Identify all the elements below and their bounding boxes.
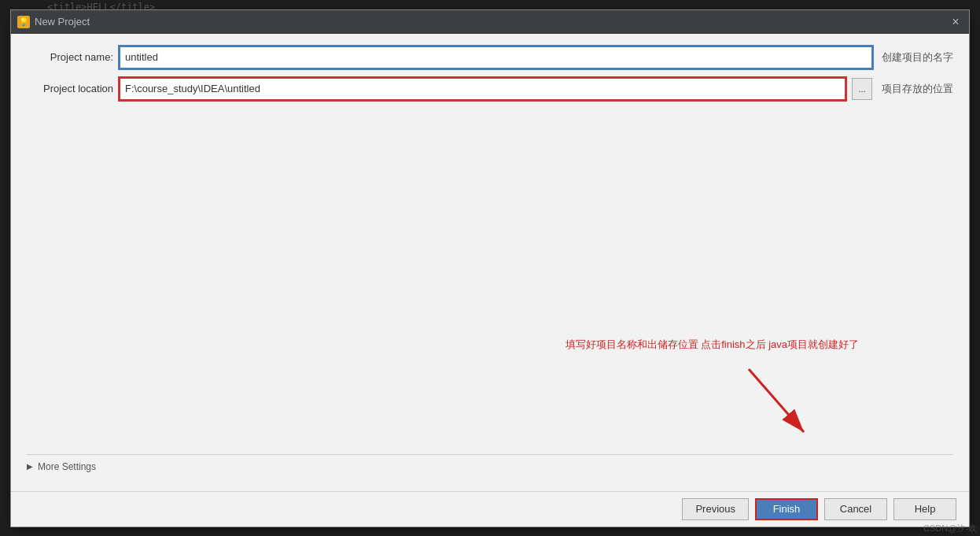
more-settings-label: More Settings bbox=[38, 461, 96, 472]
close-button[interactable]: × bbox=[949, 15, 963, 29]
title-bar-left: 💡 New Project bbox=[17, 16, 90, 28]
project-name-annotation: 创建项目的名字 bbox=[882, 50, 953, 65]
more-settings-row[interactable]: ▶ More Settings bbox=[27, 454, 953, 479]
main-body: 填写好项目名称和出储存位置 点击finish之后 java项目就创建好了 bbox=[27, 109, 953, 454]
arrow-icon bbox=[733, 361, 827, 456]
finish-button[interactable]: Finish bbox=[755, 498, 818, 520]
browse-button[interactable]: ... bbox=[852, 78, 872, 100]
dialog-title: New Project bbox=[35, 16, 90, 28]
dialog-icon: 💡 bbox=[17, 16, 30, 28]
watermark: CSDN@汐-吹 bbox=[923, 523, 977, 534]
previous-button[interactable]: Previous bbox=[682, 498, 749, 520]
dialog-content: Project name: 创建项目的名字 Project location .… bbox=[11, 34, 969, 491]
project-location-row: Project location ... 项目存放的位置 bbox=[27, 78, 953, 100]
dialog-footer: Previous Finish Cancel Help bbox=[11, 491, 969, 527]
project-name-input[interactable] bbox=[120, 46, 872, 68]
svg-line-1 bbox=[749, 369, 804, 432]
dialog-title-bar: 💡 New Project × bbox=[11, 10, 969, 34]
project-location-label: Project location bbox=[27, 83, 113, 94]
project-location-input[interactable] bbox=[120, 78, 846, 100]
cancel-button[interactable]: Cancel bbox=[824, 498, 887, 520]
finish-annotation: 填写好项目名称和出储存位置 点击finish之后 java项目就创建好了 bbox=[566, 338, 859, 352]
project-name-row: Project name: 创建项目的名字 bbox=[27, 46, 953, 68]
project-name-label: Project name: bbox=[27, 51, 113, 63]
help-button[interactable]: Help bbox=[893, 498, 956, 520]
new-project-dialog: 💡 New Project × Project name: 创建项目的名字 Pr… bbox=[10, 9, 970, 527]
more-settings-expand-icon: ▶ bbox=[27, 462, 33, 471]
project-location-annotation: 项目存放的位置 bbox=[882, 82, 953, 96]
